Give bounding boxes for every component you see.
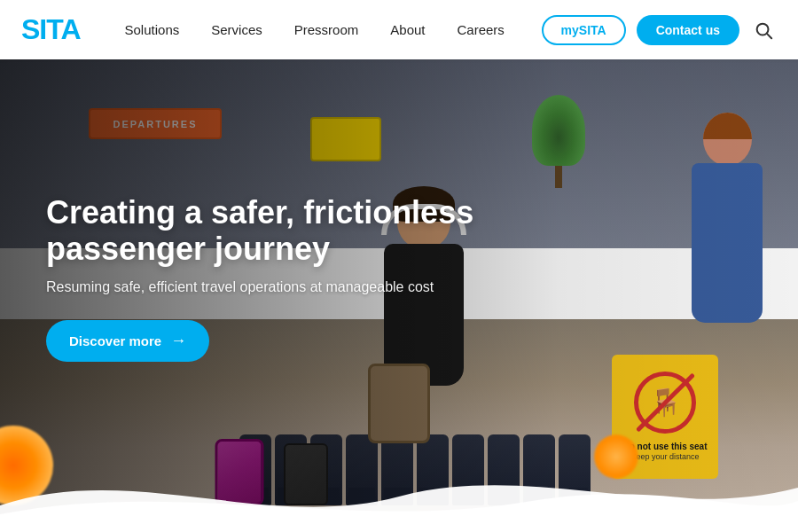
hero-subtitle: Resuming safe, efficient travel operatio… <box>46 279 543 295</box>
nav-careers[interactable]: Careers <box>442 0 520 59</box>
logo[interactable]: SITA <box>21 13 81 46</box>
wave-bottom <box>0 461 798 532</box>
hero-title: Creating a safer, frictionless passenger… <box>46 194 543 268</box>
nav-services[interactable]: Services <box>195 0 278 59</box>
nav-pressroom[interactable]: Pressroom <box>278 0 375 59</box>
svg-line-1 <box>767 34 771 38</box>
nav-about[interactable]: About <box>374 0 441 59</box>
contact-button[interactable]: Contact us <box>637 15 739 45</box>
arrow-icon: → <box>170 332 186 350</box>
hero-section: DEPARTURES <box>0 59 798 532</box>
header: SITA Solutions Services Pressroom About … <box>0 0 798 59</box>
nav-solutions[interactable]: Solutions <box>109 0 196 59</box>
logo-text: SITA <box>21 13 81 46</box>
main-nav: Solutions Services Pressroom About Caree… <box>109 0 542 59</box>
header-actions: mySITA Contact us <box>542 15 777 45</box>
hero-content: Creating a safer, frictionless passenger… <box>46 194 543 363</box>
search-button[interactable] <box>750 17 777 43</box>
mysita-button[interactable]: mySITA <box>542 15 626 45</box>
search-icon <box>754 20 773 40</box>
discover-more-button[interactable]: Discover more → <box>46 320 209 362</box>
discover-more-label: Discover more <box>69 333 161 348</box>
